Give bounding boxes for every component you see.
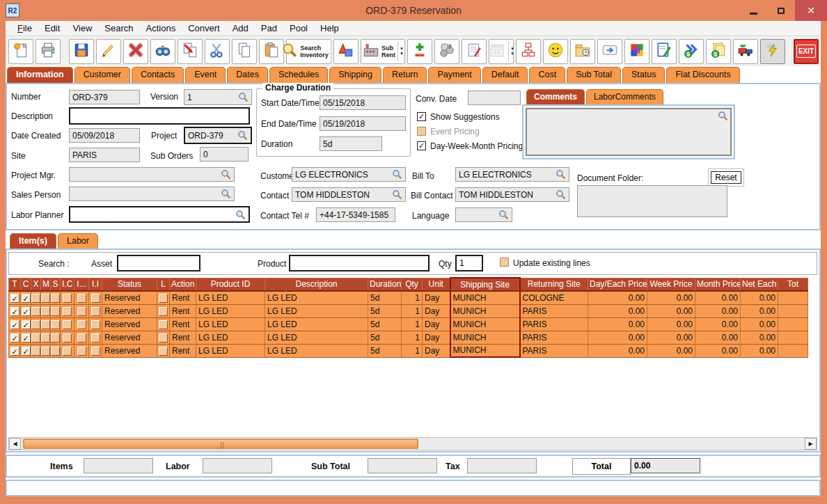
- cell-product_id[interactable]: LG LED: [196, 317, 265, 331]
- cell-status[interactable]: Reserved: [102, 344, 157, 357]
- row-checkbox-m[interactable]: [41, 347, 50, 356]
- row-checkbox-x[interactable]: [31, 294, 40, 303]
- row-checkbox-ic[interactable]: [63, 307, 72, 316]
- cell-month_price[interactable]: 0.00: [695, 344, 741, 357]
- tab-dates[interactable]: Dates: [227, 67, 268, 83]
- row-checkbox-t[interactable]: [10, 307, 19, 316]
- row-checkbox-c[interactable]: [22, 333, 31, 342]
- tab-labor[interactable]: Labor: [58, 233, 98, 249]
- print-button[interactable]: [36, 39, 61, 64]
- duration-field[interactable]: 5d: [320, 136, 382, 151]
- cell-ii[interactable]: [89, 291, 102, 304]
- row-checkbox-idot[interactable]: [77, 307, 86, 316]
- row-checkbox-ic[interactable]: [63, 320, 72, 329]
- cut-button[interactable]: [205, 39, 230, 64]
- row-checkbox-c[interactable]: [22, 347, 31, 356]
- cell-day_each_price[interactable]: 0.00: [588, 291, 647, 304]
- column-header-action[interactable]: Action: [170, 278, 196, 291]
- edit-pencil-button[interactable]: [96, 39, 121, 64]
- conv-date-field[interactable]: [468, 90, 521, 105]
- cell-day_each_price[interactable]: 0.00: [588, 317, 647, 331]
- tab-item-s-[interactable]: Item(s): [10, 233, 56, 249]
- cell-l[interactable]: [157, 317, 170, 331]
- column-header-s[interactable]: S: [51, 278, 61, 291]
- row-checkbox-c[interactable]: [22, 294, 31, 303]
- cell-returning_site[interactable]: PARIS: [520, 344, 588, 357]
- comments-textarea[interactable]: [526, 108, 732, 156]
- tab-customer[interactable]: Customer: [74, 67, 130, 83]
- cell-c[interactable]: [21, 304, 31, 317]
- lookup-icon[interactable]: [556, 189, 566, 200]
- cell-description[interactable]: LG LED: [265, 331, 368, 344]
- cell-tot[interactable]: [778, 291, 808, 304]
- menu-convert[interactable]: Convert: [182, 22, 226, 35]
- dropdown-arrows-icon[interactable]: ▼▼: [508, 42, 514, 61]
- cell-x[interactable]: [31, 304, 41, 317]
- lookup-icon[interactable]: [556, 169, 566, 180]
- menu-view[interactable]: View: [66, 22, 98, 35]
- close-button[interactable]: ✕: [795, 0, 827, 21]
- date-created-field[interactable]: 05/09/2018: [69, 128, 140, 143]
- tab-event[interactable]: Event: [185, 67, 226, 83]
- cell-ii[interactable]: [89, 317, 102, 331]
- row-checkbox-l[interactable]: [159, 307, 168, 316]
- row-checkbox-t[interactable]: [10, 333, 19, 342]
- cell-qty[interactable]: 1: [402, 344, 423, 357]
- cell-qty[interactable]: 1: [402, 304, 423, 317]
- row-checkbox-s[interactable]: [51, 320, 60, 329]
- row-checkbox-m[interactable]: [41, 294, 50, 303]
- tab-payment[interactable]: Payment: [428, 67, 480, 83]
- column-header-m[interactable]: M: [41, 278, 51, 291]
- cell-ic[interactable]: [61, 317, 74, 331]
- cell-week_price[interactable]: 0.00: [647, 331, 695, 344]
- cell-s[interactable]: [51, 291, 61, 304]
- row-checkbox-ii[interactable]: [91, 307, 100, 316]
- column-header-ic[interactable]: I.C: [61, 278, 74, 291]
- bill-to-field[interactable]: LG ELECTRONICS: [455, 167, 569, 182]
- cell-t[interactable]: [9, 304, 21, 317]
- tab-default[interactable]: Default: [482, 67, 528, 83]
- column-header-tot[interactable]: Tot: [778, 278, 808, 291]
- cubes-button[interactable]: [624, 39, 649, 64]
- row-checkbox-idot[interactable]: [77, 347, 86, 356]
- tab-contacts[interactable]: Contacts: [132, 67, 184, 83]
- reset-button[interactable]: Reset: [711, 171, 741, 184]
- cell-ii[interactable]: [89, 331, 102, 344]
- cell-l[interactable]: [157, 344, 170, 357]
- column-header-description[interactable]: Description: [265, 278, 368, 291]
- column-header-unit[interactable]: Unit: [423, 278, 450, 291]
- cell-status[interactable]: Reserved: [102, 304, 157, 317]
- lookup-icon[interactable]: [238, 92, 249, 102]
- cell-c[interactable]: [21, 331, 31, 344]
- save-button[interactable]: [69, 39, 94, 64]
- qty-input[interactable]: [459, 258, 479, 268]
- menu-help[interactable]: Help: [314, 22, 345, 35]
- row-checkbox-m[interactable]: [41, 333, 50, 342]
- cell-action[interactable]: Rent: [170, 344, 196, 357]
- qty-field[interactable]: [455, 255, 483, 271]
- notepad-button[interactable]: [462, 39, 487, 64]
- cell-unit[interactable]: Day: [423, 331, 450, 344]
- document-edit-button[interactable]: [652, 39, 677, 64]
- cell-c[interactable]: [21, 317, 31, 331]
- cell-month_price[interactable]: 0.00: [695, 317, 741, 331]
- scrollbar-thumb[interactable]: [23, 439, 418, 449]
- column-header-t[interactable]: T: [9, 278, 21, 291]
- row-checkbox-x[interactable]: [31, 307, 40, 316]
- cell-shipping_site[interactable]: MUNICH: [450, 304, 520, 317]
- cell-idot[interactable]: [74, 331, 89, 344]
- tab-status[interactable]: Status: [622, 67, 665, 83]
- labor-total-field[interactable]: [203, 458, 272, 473]
- cell-week_price[interactable]: 0.00: [647, 344, 695, 357]
- cell-product_id[interactable]: LG LED: [196, 344, 265, 357]
- number-field[interactable]: ORD-379: [69, 90, 140, 104]
- row-checkbox-x[interactable]: [31, 347, 40, 356]
- row-checkbox-l[interactable]: [159, 320, 168, 329]
- cell-t[interactable]: [9, 331, 21, 344]
- column-header-ii[interactable]: I.I: [89, 278, 102, 291]
- column-header-returning_site[interactable]: Returning Site: [520, 278, 588, 291]
- tab-shipping[interactable]: Shipping: [329, 67, 381, 83]
- customer-field[interactable]: LG ELECTRONICS: [292, 167, 406, 182]
- row-checkbox-m[interactable]: [41, 307, 50, 316]
- cell-day_each_price[interactable]: 0.00: [588, 331, 647, 344]
